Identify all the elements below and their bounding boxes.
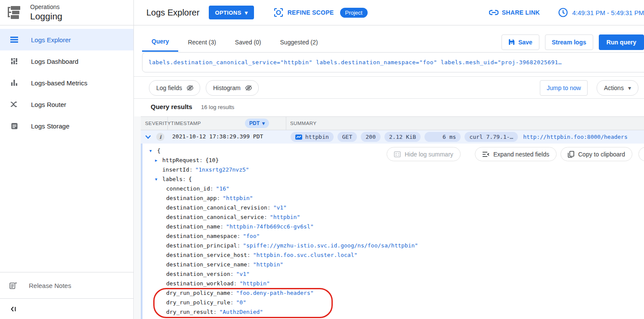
collapse-entry-chevron-icon[interactable]: [145, 134, 152, 141]
sidebar-item-label: Logs Explorer: [31, 36, 71, 44]
results-gutter: [134, 116, 141, 319]
logs-storage-icon: [9, 121, 19, 131]
app-header: Logs Explorer OPTIONS ▾ REFINE SCOPE Pro…: [134, 0, 644, 25]
sidebar: Operations Logging Logs Explorer Logs Da…: [0, 0, 134, 319]
sidebar-item-logs-explorer[interactable]: Logs Explorer: [0, 29, 133, 50]
more-detail-actions-button[interactable]: [638, 147, 644, 161]
share-link-button[interactable]: SHARE LINK: [489, 9, 540, 16]
copy-icon: [568, 151, 574, 158]
expand-nested-icon: [482, 151, 489, 157]
log-entry-json: ▼{ ▶httpRequest:{10} insertId:"1nxsrtg22…: [146, 146, 418, 317]
jump-to-now-button[interactable]: Jump to now: [540, 80, 588, 96]
summary-chip-latency[interactable]: 6 ms: [424, 132, 461, 142]
workload-monitor-icon: [295, 134, 302, 140]
log-entry-row[interactable]: i 2021-10-12 17:38:29.399 PDT httpbin GE…: [141, 130, 644, 144]
collapse-sidebar-button[interactable]: [0, 298, 133, 319]
save-icon: [508, 39, 515, 45]
logs-explorer-icon: [9, 35, 19, 44]
options-button[interactable]: OPTIONS ▾: [209, 6, 254, 19]
query-tabs: Query Recent (3) Saved (0) Suggested (2)…: [142, 32, 644, 52]
summary-chip-status[interactable]: 200: [361, 132, 380, 142]
divider: [134, 98, 644, 99]
log-timestamp: 2021-10-12 17:38:29.399 PDT: [172, 133, 263, 140]
collapse-node-icon[interactable]: ▼: [155, 175, 157, 184]
timezone-selector[interactable]: PDT ▾: [245, 119, 269, 128]
summary-chip-method[interactable]: GET: [337, 132, 357, 142]
log-results-count: 16 log results: [201, 104, 234, 110]
sidebar-item-logs-based-metrics[interactable]: Logs-based Metrics: [0, 72, 133, 94]
refine-scope-button[interactable]: REFINE SCOPE: [274, 8, 334, 17]
sidebar-item-logs-storage[interactable]: Logs Storage: [0, 115, 133, 137]
sidebar-item-label: Release Notes: [29, 282, 71, 289]
hide-log-summary-button[interactable]: Hide log summary: [387, 147, 461, 161]
actions-menu-button[interactable]: Actions ▾: [597, 80, 638, 96]
logs-dashboard-icon: [9, 56, 19, 66]
summary-chip-user-agent[interactable]: curl 7.79.1-…: [464, 132, 518, 142]
product-name: Logging: [30, 11, 62, 22]
stream-logs-button[interactable]: Stream logs: [545, 34, 593, 50]
expanded-entry-rail: [141, 144, 142, 319]
sidebar-item-label: Logs Storage: [31, 122, 69, 130]
expand-nested-fields-button[interactable]: Expand nested fields: [475, 147, 557, 161]
log-fields-toggle-chip[interactable]: Log fields: [149, 80, 200, 96]
query-text: labels.destination_canonical_service="ht…: [142, 59, 562, 66]
summary-chip-service[interactable]: httpbin: [291, 132, 334, 142]
sidebar-item-logs-router[interactable]: Logs Router: [0, 94, 133, 115]
column-header-timestamp: TIMESTAMP: [171, 117, 201, 130]
copy-to-clipboard-button[interactable]: Copy to clipboard: [560, 147, 632, 161]
eye-off-icon: [186, 85, 194, 91]
logs-router-icon: [9, 100, 19, 109]
sidebar-item-label: Logs Router: [31, 101, 66, 108]
product-eyebrow: Operations: [30, 3, 62, 11]
query-results-title: Query results: [151, 103, 192, 110]
sidebar-item-logs-dashboard[interactable]: Logs Dashboard: [0, 50, 133, 72]
request-url-link[interactable]: http://httpbin.foo:8000/headers: [523, 134, 628, 140]
tab-query[interactable]: Query: [142, 32, 178, 52]
results-table-header: SEVERITY TIMESTAMP PDT ▾ SUMMARY: [141, 116, 644, 130]
tab-saved[interactable]: Saved (0): [226, 32, 271, 52]
share-link-label: SHARE LINK: [502, 9, 540, 16]
logs-metrics-icon: [9, 78, 19, 88]
clock-icon: [558, 7, 568, 18]
time-range-label: 4:49:31 PM - 5:49:31 PM: [572, 9, 644, 16]
severity-info-icon[interactable]: i: [156, 133, 164, 141]
tab-recent[interactable]: Recent (3): [178, 32, 225, 52]
expand-node-icon[interactable]: ▶: [155, 156, 157, 165]
summary-chip-size[interactable]: 2.12 KiB: [384, 132, 421, 142]
release-notes-icon: [9, 282, 17, 289]
sidebar-item-release-notes[interactable]: Release Notes: [0, 272, 133, 298]
column-header-summary: SUMMARY: [290, 117, 316, 130]
sidebar-item-label: Logs-based Metrics: [31, 79, 87, 87]
page-title: Logs Explorer: [146, 8, 199, 18]
save-button[interactable]: Save: [502, 34, 539, 50]
collapse-panel-icon: [10, 306, 17, 313]
eye-off-icon: [245, 85, 252, 91]
histogram-toggle-chip[interactable]: Histogram: [206, 80, 259, 96]
dropdown-arrow-icon: ▾: [245, 9, 248, 16]
product-header: Operations Logging: [0, 0, 133, 25]
refine-scope-label: REFINE SCOPE: [288, 9, 334, 16]
sidebar-nav: Logs Explorer Logs Dashboard Logs-based …: [0, 29, 133, 137]
dropdown-arrow-icon: ▾: [628, 84, 631, 91]
run-query-button[interactable]: Run query: [599, 34, 644, 50]
collapse-node-icon[interactable]: ▼: [149, 146, 152, 156]
link-icon: [489, 10, 498, 15]
json-open-brace: {: [157, 147, 161, 154]
tab-suggested[interactable]: Suggested (2): [271, 32, 328, 52]
scope-badge[interactable]: Project: [340, 8, 368, 18]
dropdown-arrow-icon: ▾: [262, 120, 265, 126]
time-range-picker[interactable]: 4:49:31 PM - 5:49:31 PM: [558, 7, 644, 18]
divider: [134, 76, 644, 77]
refine-scope-icon: [274, 8, 283, 17]
query-editor[interactable]: labels.destination_canonical_service="ht…: [142, 52, 644, 72]
summary-panel-icon: [394, 151, 401, 157]
operations-logo-icon: [7, 4, 22, 21]
sidebar-item-label: Logs Dashboard: [31, 58, 78, 65]
